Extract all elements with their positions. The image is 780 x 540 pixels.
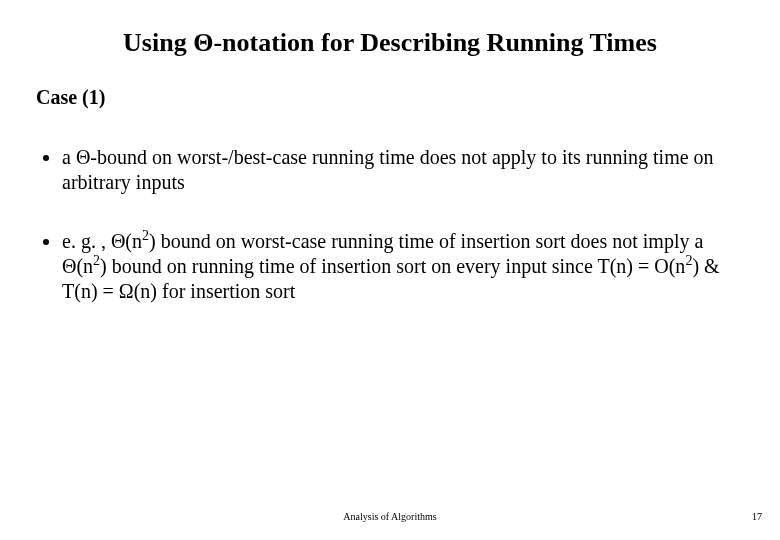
page-number: 17 [752, 511, 762, 522]
bullet-text: ) bound on running time of insertion sor… [100, 255, 685, 277]
list-item: a Θ-bound on worst-/best-case running ti… [62, 145, 744, 195]
footer-center: Analysis of Algorithms [0, 511, 780, 522]
superscript: 2 [142, 228, 149, 243]
slide: Using Θ-notation for Describing Running … [0, 0, 780, 540]
slide-title: Using Θ-notation for Describing Running … [36, 28, 744, 58]
case-label: Case (1) [36, 86, 744, 109]
list-item: e. g. , Θ(n2) bound on worst-case runnin… [62, 229, 744, 304]
bullet-text: a Θ-bound on worst-/best-case running ti… [62, 146, 714, 193]
bullet-list: a Θ-bound on worst-/best-case running ti… [36, 145, 744, 304]
bullet-text: e. g. , Θ(n [62, 230, 142, 252]
